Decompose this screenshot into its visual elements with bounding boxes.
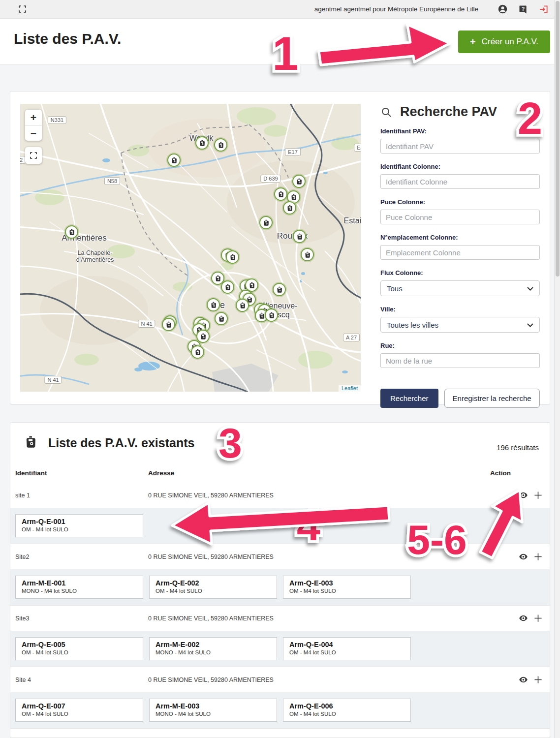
pav-map-marker[interactable] xyxy=(293,230,306,243)
scrollbar[interactable] xyxy=(554,0,560,738)
emplacement-colonne-input[interactable] xyxy=(380,245,540,260)
pav-bin-icon xyxy=(249,282,255,289)
scrollbar-thumb[interactable] xyxy=(556,1,560,277)
map-fullscreen-button[interactable] xyxy=(25,147,42,164)
road-badge: N58 xyxy=(104,177,120,185)
pav-map-marker[interactable] xyxy=(65,225,78,239)
pav-column-type: OM - M4 lot SULO xyxy=(289,588,410,594)
map-zoom-control: + − xyxy=(25,110,42,141)
field-label: Flux Colonne: xyxy=(380,269,540,277)
search-button[interactable]: Rechercher xyxy=(380,389,438,408)
pav-map-marker[interactable] xyxy=(207,298,220,311)
view-site-button[interactable] xyxy=(518,675,529,685)
zoom-in-button[interactable]: + xyxy=(25,110,42,125)
pav-column-id: Arm-M-E-002 xyxy=(156,641,277,648)
pav-bin-icon xyxy=(263,219,270,226)
pav-map-marker[interactable] xyxy=(196,330,210,343)
pav-column-card[interactable]: Arm-Q-E-002OM - M4 lot SULO xyxy=(149,576,277,599)
pav-bin-icon xyxy=(276,286,283,293)
add-column-icon xyxy=(533,552,543,561)
pav-column-card[interactable]: Arm-Q-E-007OM - M4 lot SULO xyxy=(15,699,143,722)
pav-map-marker[interactable] xyxy=(292,175,306,188)
pav-column-card[interactable]: Arm-Q-E-005OM - M4 lot SULO xyxy=(15,637,143,660)
pav-column-card[interactable]: Arm-Q-E-006OM - M4 lot SULO xyxy=(283,699,411,722)
pav-map-marker[interactable] xyxy=(273,283,286,296)
identifiant-pav-input[interactable] xyxy=(380,139,540,154)
add-column-button[interactable] xyxy=(533,614,543,623)
column-adresse: Adresse xyxy=(148,469,174,477)
pav-column-card[interactable]: Arm-M-E-003MONO - M4 lot SULO xyxy=(149,699,277,722)
field-label: Identifiant Colonne: xyxy=(380,163,540,170)
search-title: Recherche PAV xyxy=(400,104,497,120)
field-label: Rue: xyxy=(380,342,540,349)
fullscreen-icon[interactable] xyxy=(17,4,28,15)
rue-input[interactable] xyxy=(380,353,540,368)
pav-column-card[interactable]: Arm-M-E-001MONO - M4 lot SULO xyxy=(15,576,143,599)
pav-map-marker[interactable] xyxy=(259,216,273,229)
search-panel: Recherche PAV Identifiant PAV:Identifian… xyxy=(380,104,540,408)
pav-column-type: MONO - M4 lot SULO xyxy=(156,649,277,655)
pav-column-card[interactable]: Arm-Q-E-004OM - M4 lot SULO xyxy=(283,637,411,660)
pav-column-type: OM - M4 lot SULO xyxy=(22,526,143,532)
logout-icon[interactable] xyxy=(538,4,549,15)
pav-map-marker[interactable] xyxy=(215,312,228,325)
pav-map-marker[interactable] xyxy=(265,308,278,322)
view-site-icon xyxy=(518,490,529,500)
pav-column-id: Arm-Q-E-001 xyxy=(22,518,143,525)
pav-map-marker[interactable] xyxy=(162,318,175,331)
zoom-out-button[interactable]: − xyxy=(25,125,42,141)
site-address: 0 RUE SIMONE VEIL, 59280 ARMENTIERES xyxy=(148,676,274,683)
create-pav-button[interactable]: + Créer un P.A.V. xyxy=(458,31,550,53)
ville-select[interactable]: Toutes les villes xyxy=(380,317,540,333)
site-address: 0 RUE SIMONE VEIL, 59280 ARMENTIERES xyxy=(148,554,274,560)
pav-map-marker[interactable] xyxy=(214,138,227,152)
topbar: agentmel agentmel pour Métropole Europée… xyxy=(0,0,560,19)
pav-map-marker[interactable] xyxy=(191,345,204,359)
leaflet-attribution[interactable]: Leaflet xyxy=(339,385,361,392)
pav-column-id: Arm-Q-E-003 xyxy=(289,579,410,587)
pav-bin-icon xyxy=(210,302,217,308)
select-value: Tous xyxy=(387,284,403,293)
pav-map-marker[interactable] xyxy=(274,187,287,201)
add-column-button[interactable] xyxy=(533,552,543,561)
page-title: Liste des P.A.V. xyxy=(14,31,121,47)
road-badge: E17 xyxy=(285,148,301,156)
pav-map-marker[interactable] xyxy=(167,154,181,167)
pav-map-marker[interactable] xyxy=(195,136,209,150)
user-icon[interactable] xyxy=(497,4,508,15)
plus-icon: + xyxy=(470,36,476,48)
svg-text:?: ? xyxy=(522,5,525,11)
pav-map-marker[interactable] xyxy=(301,248,314,261)
pav-map-marker[interactable] xyxy=(226,250,239,264)
map[interactable]: N331322N58E17E4D 639A 27N 41N 41WervikAr… xyxy=(20,104,361,392)
site-row: Site 4 0 RUE SIMONE VEIL, 59280 ARMENTIE… xyxy=(10,667,550,728)
add-column-icon xyxy=(533,614,543,623)
view-site-button[interactable] xyxy=(518,552,529,562)
view-site-button[interactable] xyxy=(518,490,529,500)
flux-colonne-select[interactable]: Tous xyxy=(380,280,540,296)
create-pav-label: Créer un P.A.V. xyxy=(482,37,538,47)
search-icon xyxy=(380,106,392,118)
pav-map-marker[interactable] xyxy=(283,201,296,215)
pav-column-card[interactable]: Arm-Q-E-003OM - M4 lot SULO xyxy=(283,576,411,599)
road-badge: D 639 xyxy=(260,175,280,183)
view-site-button[interactable] xyxy=(518,613,529,623)
pav-bin-icon xyxy=(165,321,172,328)
pav-column-id: Arm-Q-E-007 xyxy=(22,702,143,710)
add-column-button[interactable] xyxy=(533,491,543,500)
field-label: N°emplacement Colonne: xyxy=(380,234,540,241)
identifiant-colonne-input[interactable] xyxy=(380,174,540,189)
pav-map-marker[interactable] xyxy=(236,299,249,312)
road-badge: E4 xyxy=(354,144,361,152)
add-column-button[interactable] xyxy=(533,675,543,684)
site-address: 0 RUE SIMONE VEIL, 59280 ARMENTIERES xyxy=(148,615,274,622)
pav-column-id: Arm-Q-E-005 xyxy=(22,641,143,648)
save-search-button[interactable]: Enregistrer la recherche xyxy=(444,389,540,408)
column-action: Action xyxy=(490,469,511,477)
puce-colonne-input[interactable] xyxy=(380,210,540,224)
pav-column-card[interactable]: Arm-Q-E-001OM - M4 lot SULO xyxy=(15,514,143,537)
pav-bin-icon xyxy=(286,205,293,212)
pav-column-card[interactable]: Arm-M-E-002MONO - M4 lot SULO xyxy=(149,637,277,660)
pav-map-marker[interactable] xyxy=(221,280,234,294)
help-icon[interactable]: ? xyxy=(518,4,529,15)
